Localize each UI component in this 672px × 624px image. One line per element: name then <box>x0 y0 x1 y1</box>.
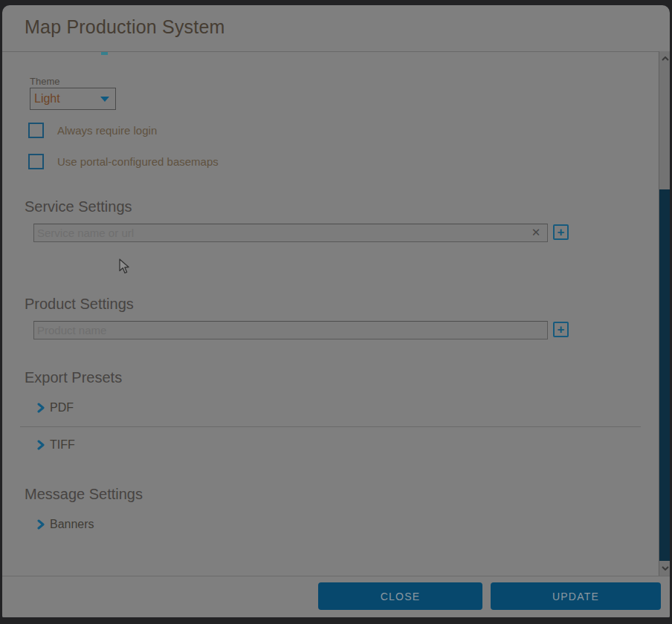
service-name-input[interactable] <box>34 224 547 241</box>
service-input-wrap: ✕ <box>33 224 548 242</box>
close-button[interactable]: CLOSE <box>318 582 482 610</box>
use-portal-basemaps-checkbox[interactable] <box>28 154 44 169</box>
map-production-system-dialog: Map Production System Theme Light Always… <box>2 5 670 617</box>
product-settings-heading: Product Settings <box>25 296 134 313</box>
product-input-wrap <box>33 321 548 339</box>
checkbox-label: Always require login <box>57 124 157 137</box>
theme-label: Theme <box>30 76 59 87</box>
theme-select[interactable]: Light <box>30 88 116 110</box>
product-name-input[interactable] <box>34 322 547 339</box>
scroll-down-button[interactable] <box>659 562 670 574</box>
always-require-login-checkbox[interactable] <box>28 123 44 138</box>
export-presets-heading: Export Presets <box>25 369 122 386</box>
always-require-login-row[interactable]: Always require login <box>28 123 157 138</box>
tree-item-label: Banners <box>50 518 94 531</box>
chevron-down-icon <box>662 566 669 571</box>
vertical-scrollbar[interactable] <box>659 51 670 576</box>
dialog-header: Map Production System <box>2 5 670 52</box>
theme-select-value: Light <box>30 92 100 105</box>
dialog-footer: CLOSE UPDATE <box>2 576 670 617</box>
add-product-button[interactable]: + <box>553 322 569 337</box>
chevron-right-icon <box>36 519 45 530</box>
banners-row[interactable]: Banners <box>36 518 94 531</box>
checkbox-label: Use portal-configured basemaps <box>57 155 219 168</box>
preset-divider <box>20 426 641 427</box>
clear-icon[interactable]: ✕ <box>529 226 543 239</box>
add-service-button[interactable]: + <box>553 224 569 240</box>
clipped-scrolled-element-fragment <box>101 52 108 55</box>
dialog-scroll-content: Theme Light Always require login Use por… <box>2 52 659 576</box>
export-preset-tiff-row[interactable]: TIFF <box>36 438 75 452</box>
tree-item-label: PDF <box>50 401 74 415</box>
service-settings-heading: Service Settings <box>25 198 132 215</box>
chevron-right-icon <box>36 403 45 413</box>
scroll-up-button[interactable] <box>659 53 670 65</box>
dialog-title: Map Production System <box>25 16 225 38</box>
chevron-up-icon <box>662 56 669 61</box>
message-settings-heading: Message Settings <box>25 486 143 503</box>
update-button[interactable]: UPDATE <box>491 582 661 610</box>
use-portal-basemaps-row[interactable]: Use portal-configured basemaps <box>28 154 219 169</box>
plus-icon: + <box>558 322 565 337</box>
chevron-down-icon <box>100 97 109 102</box>
chevron-right-icon <box>36 440 45 450</box>
export-preset-pdf-row[interactable]: PDF <box>36 401 74 415</box>
plus-icon: + <box>558 225 565 239</box>
tree-item-label: TIFF <box>50 438 75 452</box>
scrollbar-thumb[interactable] <box>659 189 670 561</box>
